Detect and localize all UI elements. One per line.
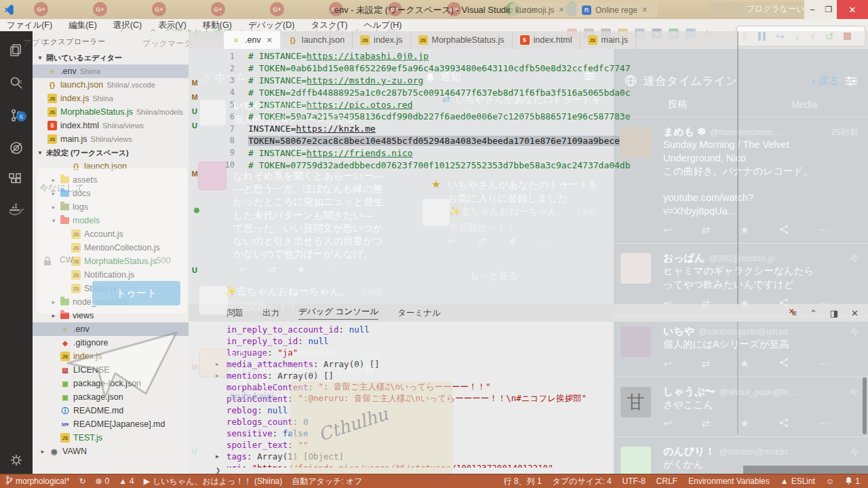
menu-item-f[interactable]: ファイル(F) — [7, 20, 52, 31]
env-url-link[interactable]: https://mstdn.y-zu.org — [307, 75, 423, 86]
tree-item-VAWN[interactable]: ▸◉VAWN — [33, 445, 189, 458]
boost-icon[interactable]: ⇄ — [702, 224, 711, 236]
status-branch[interactable]: morphological* — [5, 476, 69, 487]
status-auto-attach[interactable]: 自動アタッチ: オフ — [292, 476, 362, 487]
workspace-section[interactable]: ▾未設定 (ワークスペース) — [33, 146, 189, 159]
status-language-mode[interactable]: Environment Variables — [688, 476, 770, 486]
menu-item-g[interactable]: 移動(G) — [203, 20, 232, 31]
env-url-link[interactable]: https://itabashi.0j0.jp — [307, 51, 429, 61]
back-link[interactable]: ‹ 戻る — [812, 75, 839, 88]
settings-gear-icon[interactable] — [0, 447, 33, 474]
source-control-icon[interactable]: 6 — [0, 102, 33, 129]
timeline-tab-Media[interactable]: Media — [741, 99, 868, 110]
tree-item-docs[interactable]: ▸docs — [33, 187, 189, 200]
tree-item-LICENSE[interactable]: ▤LICENSE — [33, 363, 189, 377]
panel-tab-問題[interactable]: 問題 — [226, 307, 243, 319]
column-header[interactable]: 連合タイムライン ‹ 戻る — [614, 69, 868, 92]
reply-icon[interactable]: ↩ — [663, 358, 672, 370]
tab-index.html[interactable]: 5index.html — [513, 31, 580, 49]
timeline-post[interactable]: いちや@sanbongazin@qiitad…今個人的にはAシリーズが至高↩⇄★… — [614, 317, 868, 377]
tree-item-logs[interactable]: ▸logs — [33, 200, 189, 214]
panel-tab-出力[interactable]: 出力 — [262, 307, 279, 319]
explorer-icon[interactable] — [0, 37, 33, 64]
search-icon[interactable] — [0, 69, 33, 96]
status-feedback-smiley[interactable]: ☺ — [826, 476, 834, 486]
status-eol[interactable]: CRLF — [656, 476, 677, 486]
menu-item-d[interactable]: デバッグ(D) — [248, 20, 295, 31]
status-cursor-position[interactable]: 行 8、列 1 — [504, 476, 542, 487]
timeline-tab-投稿[interactable]: 投稿 — [614, 98, 741, 111]
tree-item-models[interactable]: ▾models — [33, 214, 189, 227]
open-editor-MorphableStatus.js[interactable]: JSMorphableStatus.jsShiina/models — [33, 105, 189, 119]
reply-icon[interactable]: ↩ — [663, 224, 672, 236]
boost-icon[interactable]: ⇄ — [702, 417, 711, 430]
tree-item-package.json[interactable]: ▣package.json — [33, 390, 189, 404]
menu-item-e[interactable]: 編集(E) — [68, 20, 97, 31]
tree-item-Notification.js[interactable]: JSNotification.js — [33, 268, 189, 282]
column-settings-icon[interactable] — [846, 76, 857, 86]
status-encoding[interactable]: UTF-8 — [623, 476, 646, 486]
env-url-link[interactable]: https://friends.nico — [307, 148, 413, 158]
expand-arrow[interactable]: ▶ — [189, 361, 226, 367]
maximize-panel-icon[interactable]: ⌃ — [810, 308, 817, 318]
tree-item-.gitignore[interactable]: ◆.gitignore — [33, 336, 189, 350]
open-editor-.env[interactable]: ≡.envShiina — [33, 64, 189, 78]
tree-item-README.md[interactable]: ⓘREADME.md — [33, 404, 189, 417]
panel-tab-ターミナル[interactable]: ターミナル — [397, 307, 441, 319]
tab-MorphableStatus.js[interactable]: JSMorphableStatus.js — [411, 31, 513, 49]
menu-item-h[interactable]: ヘルプ(H) — [364, 20, 402, 31]
status-sync[interactable]: ↻ — [79, 476, 85, 486]
open-editor-main.js[interactable]: JSmain.jsShiina/views — [33, 132, 189, 146]
editor-content[interactable]: 1# INSTANCE=https://itabashi.0j0.jp2# TO… — [189, 50, 614, 171]
more-icon[interactable]: ⋯ — [818, 417, 829, 430]
tree-item-Account.js[interactable]: JSAccount.js — [33, 227, 189, 241]
tree-item-views[interactable]: ▸views — [33, 309, 189, 322]
scrollbar-thumb[interactable] — [863, 377, 867, 434]
status-eslint[interactable]: ▲ESLint — [781, 476, 815, 486]
open-editors-section[interactable]: ▾開いているエディター — [33, 51, 189, 64]
tab-index.js[interactable]: JSindex.js — [353, 31, 410, 49]
favourite-icon[interactable]: ★ — [740, 224, 749, 236]
timeline-post[interactable]: のんびり！@nonbiri@mstdn…今がくかん↩⇄★⋯ — [614, 437, 868, 474]
tree-item-package-lock.json[interactable]: ▣package-lock.json — [33, 377, 189, 390]
tree-item-MentionCollection.js[interactable]: JSMentionCollection.js — [33, 241, 189, 255]
tree-item-index.js[interactable]: JSindex.js — [33, 350, 189, 363]
share-icon[interactable] — [779, 225, 789, 236]
close-button[interactable]: ✕ — [837, 0, 868, 19]
env-url-link[interactable]: https://knzk.me — [296, 124, 375, 134]
panel-tab-デバッグ コンソール[interactable]: デバッグ コンソール — [298, 306, 378, 320]
env-url-link[interactable]: https://pic.otos.red — [307, 100, 413, 110]
reply-icon[interactable]: ↩ — [663, 417, 672, 430]
share-icon[interactable] — [779, 358, 789, 369]
open-editor-index.html[interactable]: 5index.htmlShiina/views — [33, 119, 189, 132]
tree-item-MorphableStatus.js[interactable]: JSMorphableStatus.js — [33, 255, 189, 268]
favourite-icon[interactable]: ★ — [740, 417, 749, 430]
maximize-button[interactable]: ❐ — [821, 0, 837, 19]
tree-item-launch.json[interactable]: {}launch.json — [33, 159, 189, 173]
toot-button[interactable]: トゥート — [92, 281, 180, 305]
status-notifications-bell[interactable]: 1 — [845, 476, 860, 487]
status-debug-target[interactable]: ▶しいちゃん、おはよっ！！ (Shiina) — [144, 476, 282, 487]
split-panel-icon[interactable]: ◨ — [830, 308, 838, 318]
share-icon[interactable] — [779, 418, 789, 430]
boost-icon[interactable]: ⇄ — [702, 358, 711, 370]
debug-icon[interactable] — [0, 134, 33, 162]
open-editor-launch.json[interactable]: {}launch.jsonShiina/.vscode — [33, 78, 189, 92]
timeline-post[interactable]: まめも ❄@mamemomon…25秒前Sunday Morning / The… — [614, 117, 868, 244]
tree-item-README[Japanese].md[interactable]: M▾README[Japanese].md — [33, 417, 189, 431]
timeline-post[interactable]: 甘しゃうぷ〜@shout_poor@fri…今さやここん↩⇄★⋯ — [614, 377, 868, 438]
status-warnings[interactable]: ▲4 — [119, 476, 134, 486]
extensions-icon[interactable] — [0, 166, 33, 193]
more-icon[interactable]: ⋯ — [818, 224, 829, 236]
menu-item-v[interactable]: 表示(V) — [158, 20, 186, 31]
tree-item-.env[interactable]: ≡.env — [33, 322, 189, 336]
tree-item-TEST.js[interactable]: JSTEST.js — [33, 431, 189, 445]
docker-icon[interactable] — [0, 197, 33, 224]
more-icon[interactable]: ⋯ — [818, 358, 829, 370]
clear-console-icon[interactable]: ≡✕ — [791, 308, 797, 318]
tab-launch.json[interactable]: {}launch.json — [281, 31, 353, 49]
minimize-button[interactable]: – — [804, 0, 821, 19]
debug-console-output[interactable]: in_reply_to_account_id: nullin_reply_to_… — [189, 324, 614, 468]
expand-arrow[interactable]: ▶ — [189, 373, 226, 379]
tab-.env[interactable]: ≡.env✕ — [224, 31, 281, 49]
